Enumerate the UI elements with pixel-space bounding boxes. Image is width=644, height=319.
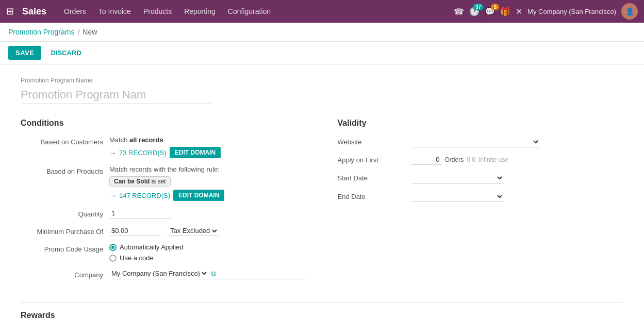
company-label[interactable]: My Company (San Francisco) bbox=[527, 8, 616, 15]
avatar[interactable]: 👤 bbox=[621, 3, 638, 20]
auto-applied-label: Automatically Applied bbox=[120, 243, 184, 251]
nav-to-invoice[interactable]: To Invoice bbox=[93, 4, 136, 19]
promo-code-radio-group: Automatically Applied Use a code bbox=[109, 243, 307, 262]
min-purchase-input[interactable] bbox=[109, 226, 161, 236]
company-value: My Company (San Francisco) ⧉ bbox=[109, 269, 307, 279]
products-field-row: Based on Products Match records with the… bbox=[21, 165, 307, 201]
rewards-title: Rewards bbox=[21, 302, 623, 319]
customers-field-row: Based on Customers Match all records → 7… bbox=[21, 136, 307, 158]
start-date-value bbox=[411, 172, 624, 183]
breadcrumb-parent[interactable]: Promotion Programs bbox=[8, 28, 74, 36]
product-tag-bold: Can be Sold bbox=[114, 178, 150, 185]
promo-code-value: Automatically Applied Use a code bbox=[109, 243, 307, 262]
company-external-link-icon[interactable]: ⧉ bbox=[211, 270, 216, 277]
start-date-field-row: Start Date bbox=[338, 172, 624, 183]
validity-title: Validity bbox=[338, 119, 624, 128]
topbar: ⊞ Sales Orders To Invoice Products Repor… bbox=[0, 0, 644, 23]
website-dropdown[interactable] bbox=[411, 136, 540, 147]
topbar-right: ☎ 🕐 37 💬 5 🎁 ✕ My Company (San Francisco… bbox=[454, 3, 638, 20]
breadcrumb-separator: / bbox=[77, 28, 79, 36]
promo-code-label: Promo Code Usage bbox=[21, 243, 103, 253]
start-date-label: Start Date bbox=[338, 174, 405, 182]
activity-icon[interactable]: 🕐 37 bbox=[469, 7, 480, 16]
quantity-field-row: Quantity bbox=[21, 208, 307, 219]
action-bar: SAVE DISCARD bbox=[0, 42, 644, 64]
promotion-name-input[interactable] bbox=[21, 86, 211, 104]
nav-configuration[interactable]: Configuration bbox=[223, 4, 276, 19]
breadcrumb: Promotion Programs / New bbox=[0, 23, 644, 42]
apply-first-input[interactable] bbox=[411, 155, 442, 165]
app-name: Sales bbox=[22, 6, 46, 17]
end-date-dropdown[interactable] bbox=[411, 191, 504, 202]
message-badge: 5 bbox=[491, 4, 499, 10]
products-record-count[interactable]: 147 RECORD(S) bbox=[119, 192, 170, 199]
form-body: Conditions Based on Customers Match all … bbox=[21, 119, 623, 287]
activity-badge: 37 bbox=[473, 4, 484, 10]
phone-icon[interactable]: ☎ bbox=[454, 7, 464, 16]
nav-reporting[interactable]: Reporting bbox=[179, 4, 221, 19]
gift-icon[interactable]: 🎁 bbox=[500, 7, 510, 16]
conditions-section: Conditions Based on Customers Match all … bbox=[21, 119, 307, 287]
auto-applied-radio-dot[interactable] bbox=[109, 244, 117, 251]
settings-icon[interactable]: ✕ bbox=[516, 7, 522, 16]
form-title-section: Promotion Program Name bbox=[21, 77, 623, 104]
apply-first-label: Apply on First bbox=[338, 156, 405, 164]
products-label: Based on Products bbox=[21, 165, 103, 175]
main-content: Promotion Program Name Conditions Based … bbox=[0, 64, 644, 319]
auto-applied-radio[interactable]: Automatically Applied bbox=[109, 243, 307, 251]
promo-code-field-row: Promo Code Usage Automatically Applied U… bbox=[21, 243, 307, 262]
end-date-value bbox=[411, 191, 624, 202]
customers-match-text: Match all records bbox=[109, 136, 307, 144]
save-button[interactable]: SAVE bbox=[8, 46, 41, 60]
products-record-link[interactable]: → 147 RECORD(S) EDIT DOMAIN bbox=[109, 190, 307, 201]
start-date-dropdown[interactable] bbox=[411, 172, 504, 183]
end-date-label: End Date bbox=[338, 193, 405, 200]
form-title-label: Promotion Program Name bbox=[21, 77, 623, 84]
apply-first-field-row: Apply on First Orders if 0, infinite use bbox=[338, 155, 624, 165]
customers-record-count[interactable]: 73 RECORD(S) bbox=[119, 149, 167, 157]
products-tag-container: Can be Sold is set bbox=[109, 176, 307, 187]
grid-icon[interactable]: ⊞ bbox=[6, 6, 14, 17]
tax-dropdown[interactable]: Tax Excluded bbox=[168, 226, 219, 236]
min-purchase-field-row: Minimum Purchase Of Tax Excluded bbox=[21, 226, 307, 236]
nav-orders[interactable]: Orders bbox=[59, 4, 91, 19]
customers-match-strong: all records bbox=[129, 136, 163, 144]
customers-arrow-icon: → bbox=[109, 149, 116, 157]
company-label: Company bbox=[21, 269, 103, 279]
products-match-text: Match records with the following rule: bbox=[109, 165, 307, 173]
apply-first-value: Orders if 0, infinite use bbox=[411, 155, 624, 165]
use-code-radio-dot[interactable] bbox=[109, 255, 117, 262]
customers-edit-domain-button[interactable]: EDIT DOMAIN bbox=[170, 147, 221, 158]
product-tag-suffix: is set bbox=[150, 178, 166, 185]
use-code-radio[interactable]: Use a code bbox=[109, 254, 307, 262]
products-value: Match records with the following rule: C… bbox=[109, 165, 307, 201]
product-tag: Can be Sold is set bbox=[109, 176, 171, 187]
end-date-field-row: End Date bbox=[338, 191, 624, 202]
customers-label: Based on Customers bbox=[21, 136, 103, 146]
top-nav: Orders To Invoice Products Reporting Con… bbox=[59, 4, 445, 19]
company-dropdown[interactable]: My Company (San Francisco) bbox=[109, 269, 208, 278]
apply-first-suffix: Orders if 0, infinite use bbox=[445, 156, 508, 163]
customers-value: Match all records → 73 RECORD(S) EDIT DO… bbox=[109, 136, 307, 158]
nav-products[interactable]: Products bbox=[138, 4, 177, 19]
website-value bbox=[411, 136, 624, 147]
company-field-row: Company My Company (San Francisco) ⧉ bbox=[21, 269, 307, 279]
breadcrumb-current: New bbox=[82, 28, 97, 36]
quantity-label: Quantity bbox=[21, 208, 103, 218]
customers-record-link[interactable]: → 73 RECORD(S) EDIT DOMAIN bbox=[109, 147, 307, 158]
use-code-label: Use a code bbox=[120, 254, 154, 262]
products-edit-domain-button[interactable]: EDIT DOMAIN bbox=[173, 190, 224, 201]
min-purchase-value: Tax Excluded bbox=[109, 226, 307, 236]
message-icon[interactable]: 💬 5 bbox=[485, 7, 495, 16]
quantity-input[interactable] bbox=[109, 208, 171, 219]
products-arrow-icon: → bbox=[109, 192, 116, 199]
quantity-value bbox=[109, 208, 307, 219]
min-purchase-label: Minimum Purchase Of bbox=[21, 226, 103, 236]
discard-button[interactable]: DISCARD bbox=[45, 46, 86, 60]
website-field-row: Website bbox=[338, 136, 624, 147]
conditions-title: Conditions bbox=[21, 119, 307, 128]
validity-section: Validity Website Apply on First Orders bbox=[338, 119, 624, 287]
website-label: Website bbox=[338, 138, 405, 146]
